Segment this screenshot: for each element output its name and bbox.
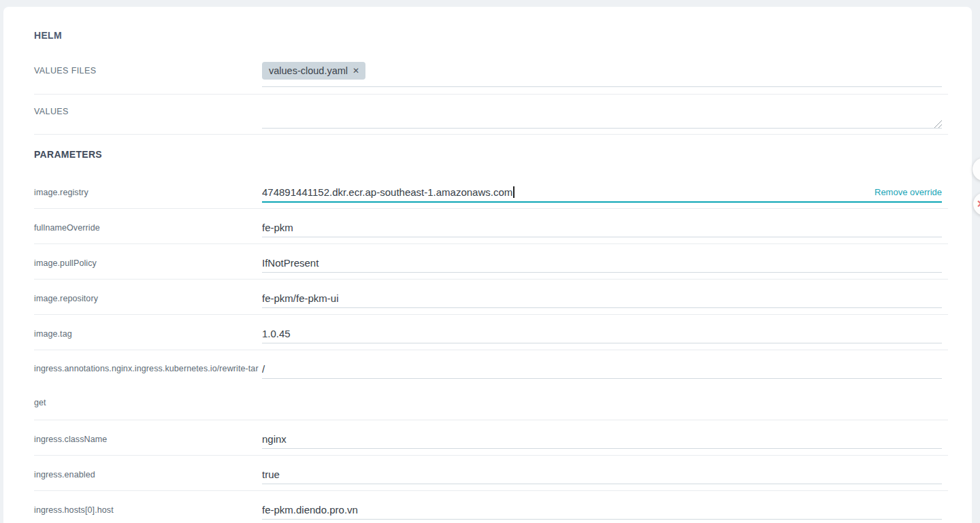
param-input-underline bbox=[262, 343, 942, 343]
parameters-rows: image.registry 474891441152.dkr.ecr.ap-s… bbox=[34, 161, 948, 523]
parameter-row: image.tag 1.0.45 Remove override bbox=[34, 315, 948, 350]
parameter-row: image.pullPolicy IfNotPresent Remove ove… bbox=[34, 244, 948, 280]
remove-override-link[interactable]: Remove override bbox=[875, 187, 942, 197]
param-value-input[interactable]: 474891441152.dkr.ecr.ap-southeast-1.amaz… bbox=[262, 186, 839, 198]
param-input-underline bbox=[262, 484, 942, 484]
values-textarea-underline bbox=[262, 128, 942, 129]
panel-content: HELM VALUES FILES values-cloud.yaml✕ VAL… bbox=[3, 7, 972, 523]
param-input-underline bbox=[262, 378, 942, 379]
param-value-input[interactable]: nginx bbox=[262, 433, 839, 445]
helm-section-title: HELM bbox=[34, 29, 948, 42]
chip-label: values-cloud.yaml bbox=[269, 65, 348, 76]
param-key: fullnameOverride bbox=[34, 223, 263, 233]
param-value-input[interactable]: true bbox=[262, 469, 839, 480]
values-files-input[interactable]: values-cloud.yaml✕ bbox=[262, 62, 942, 80]
param-key: ingress.hosts[0].host bbox=[34, 505, 263, 515]
values-textarea[interactable] bbox=[262, 100, 942, 129]
parameter-row: ingress.hosts[0].host fe-pkm.diendo.pro.… bbox=[34, 491, 948, 523]
parameters-section-title: PARAMETERS bbox=[34, 148, 948, 161]
values-files-input-underline bbox=[262, 86, 942, 87]
close-icon[interactable]: ✕ bbox=[353, 67, 359, 75]
param-input-underline bbox=[262, 448, 942, 449]
text-cursor bbox=[513, 186, 514, 198]
parameter-row: ingress.annotations.nginx.ingress.kubern… bbox=[34, 350, 948, 420]
param-key: ingress.enabled bbox=[34, 470, 263, 479]
parameter-row: fullnameOverride fe-pkm Remove override bbox=[34, 209, 948, 244]
parameter-row: ingress.enabled true Remove override bbox=[34, 456, 948, 491]
parameter-row: image.registry 474891441152.dkr.ecr.ap-s… bbox=[34, 161, 948, 209]
param-value-text: / bbox=[262, 363, 265, 375]
values-label: VALUES bbox=[34, 107, 69, 116]
param-input-underline bbox=[262, 237, 942, 237]
param-value-text: true bbox=[262, 469, 280, 480]
page: { "helm": { "title": "HELM", "values_fil… bbox=[0, 0, 980, 523]
floating-action-button-top[interactable] bbox=[973, 158, 980, 181]
param-value-text: 474891441152.dkr.ecr.ap-southeast-1.amaz… bbox=[262, 186, 512, 198]
param-input-underline bbox=[262, 519, 942, 520]
param-value-input[interactable]: fe-pkm.diendo.pro.vn bbox=[262, 504, 839, 516]
param-value-text: fe-pkm.diendo.pro.vn bbox=[262, 504, 358, 516]
values-file-chip: values-cloud.yaml✕ bbox=[262, 62, 365, 80]
fab-red-icon: ✕ bbox=[977, 198, 980, 210]
param-value-input[interactable]: / bbox=[262, 363, 839, 375]
param-value-input[interactable]: fe-pkm bbox=[262, 222, 839, 233]
param-value-text: 1.0.45 bbox=[262, 328, 291, 339]
floating-action-button-bottom[interactable]: ✕ bbox=[973, 192, 980, 216]
param-input-underline bbox=[262, 201, 942, 203]
param-input-underline bbox=[262, 307, 942, 308]
param-value-input[interactable]: fe-pkm/fe-pkm-ui bbox=[262, 292, 839, 304]
param-value-text: IfNotPresent bbox=[262, 257, 318, 269]
helm-parameters-panel: HELM VALUES FILES values-cloud.yaml✕ VAL… bbox=[3, 7, 972, 523]
param-input-underline bbox=[262, 272, 942, 273]
param-key: ingress.className bbox=[34, 435, 263, 444]
param-key: ingress.annotations.nginx.ingress.kubern… bbox=[34, 352, 263, 420]
parameter-row: image.repository fe-pkm/fe-pkm-ui Remove… bbox=[34, 280, 948, 315]
values-files-row: VALUES FILES values-cloud.yaml✕ bbox=[34, 42, 948, 95]
param-value-text: nginx bbox=[262, 433, 287, 445]
values-files-label: VALUES FILES bbox=[34, 66, 96, 75]
param-value-input[interactable]: 1.0.45 bbox=[262, 328, 839, 339]
param-value-input[interactable]: IfNotPresent bbox=[262, 257, 839, 269]
param-value-text: fe-pkm bbox=[262, 222, 293, 233]
values-row: VALUES bbox=[34, 95, 948, 135]
param-key: image.repository bbox=[34, 294, 263, 303]
param-key: image.registry bbox=[34, 188, 263, 197]
parameter-row: ingress.className nginx Remove override bbox=[34, 420, 948, 456]
param-key: image.pullPolicy bbox=[34, 258, 263, 268]
param-value-text: fe-pkm/fe-pkm-ui bbox=[262, 292, 339, 304]
param-key: image.tag bbox=[34, 329, 263, 339]
